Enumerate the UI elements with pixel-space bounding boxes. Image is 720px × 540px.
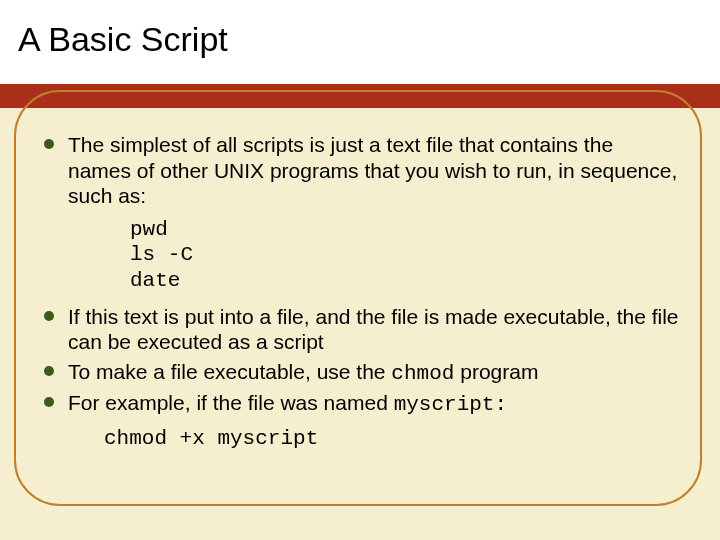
slide-title: A Basic Script [18, 20, 702, 59]
bullet-text: For example, if the file was named [68, 391, 394, 414]
bullet-item: The simplest of all scripts is just a te… [40, 132, 680, 209]
bullet-text: program [454, 360, 538, 383]
bullet-list-1: The simplest of all scripts is just a te… [40, 132, 680, 209]
code-line: pwd [130, 218, 168, 241]
code-line: ls -C [130, 243, 193, 266]
bullet-text: To make a file executable, use the [68, 360, 391, 383]
code-block-1: pwd ls -C date [130, 217, 680, 294]
bullet-item: For example, if the file was named myscr… [40, 390, 680, 418]
code-line: chmod +x myscript [104, 427, 318, 450]
inline-code: chmod [391, 362, 454, 385]
slide-body: The simplest of all scripts is just a te… [0, 108, 720, 486]
bullet-item: If this text is put into a file, and the… [40, 304, 680, 355]
code-block-2: chmod +x myscript [104, 426, 680, 452]
accent-band [0, 88, 720, 108]
bullet-item: To make a file executable, use the chmod… [40, 359, 680, 387]
slide-header: A Basic Script [0, 0, 720, 88]
inline-code: myscript [394, 393, 495, 416]
bullet-list-2: If this text is put into a file, and the… [40, 304, 680, 418]
code-line: date [130, 269, 180, 292]
bullet-text: : [494, 393, 507, 416]
